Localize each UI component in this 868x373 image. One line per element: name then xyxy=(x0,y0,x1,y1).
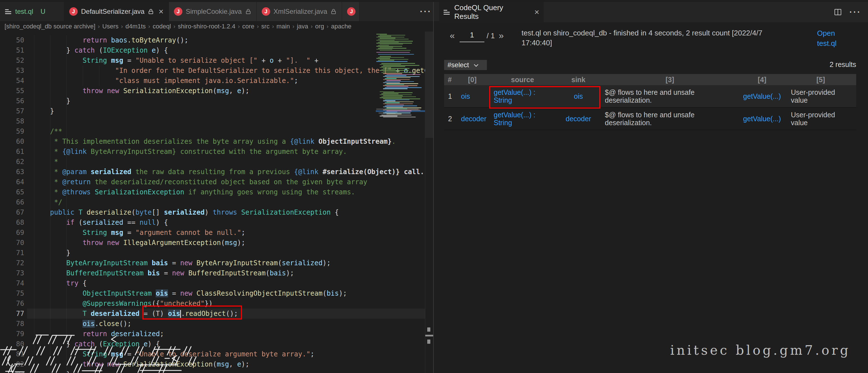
code-line: } xyxy=(34,369,425,373)
result-cell: 1 xyxy=(448,92,452,100)
breadcrumb-item[interactable]: core xyxy=(242,23,254,30)
breadcrumb[interactable]: [shiro_codeql_db source archive]›Users›d… xyxy=(4,21,436,32)
code-line: return deserialized; xyxy=(34,329,425,339)
results-count: 2 results xyxy=(800,61,856,69)
result-cell: 2 xyxy=(448,115,452,123)
overview-ruler-mark xyxy=(427,340,430,344)
code-line: } xyxy=(34,248,425,258)
breadcrumb-item[interactable]: src xyxy=(261,23,269,30)
breadcrumb-separator: › xyxy=(235,23,242,30)
code-line: */ xyxy=(34,197,425,207)
result-link[interactable]: ois xyxy=(461,92,470,100)
query-file-icon xyxy=(5,8,12,15)
code-line: BufferedInputStream bis = new BufferedIn… xyxy=(34,268,425,278)
watermark: initsec blog.gm7.org xyxy=(670,343,850,358)
prev-page-icon[interactable]: « xyxy=(450,30,455,41)
column-header[interactable]: [5] xyxy=(785,76,856,84)
result-link[interactable]: getValue(...) xyxy=(743,92,781,100)
result-link[interactable]: getValue(...) : String xyxy=(494,111,553,127)
code-line: /** xyxy=(34,126,425,136)
result-cell: $@ flows to here and unsafe deserializat… xyxy=(605,111,702,127)
lock-icon xyxy=(148,8,154,14)
column-header[interactable]: [0] xyxy=(455,76,489,84)
select-dropdown[interactable]: #select xyxy=(444,60,487,70)
open-test-ql-link[interactable]: Open test.ql xyxy=(817,28,848,48)
breadcrumb-item[interactable]: org xyxy=(315,23,324,30)
tab-label: CodeQL Query Results xyxy=(454,3,529,21)
code-line: return baos.toByteArray(); xyxy=(34,35,425,45)
column-header[interactable]: # xyxy=(444,76,455,84)
code-line: * @param serialized the raw data resulti… xyxy=(34,167,425,177)
breadcrumb-item[interactable]: main xyxy=(276,23,290,30)
code-line: * xyxy=(34,157,425,167)
editor-actions: ··· xyxy=(420,2,439,21)
split-editor-icon[interactable] xyxy=(834,8,842,16)
tab-label: XmlSerializer.java xyxy=(274,8,327,15)
code-editor[interactable]: return baos.toByteArray(); } catch (IOEx… xyxy=(34,35,425,373)
breadcrumb-separator: › xyxy=(324,23,331,30)
close-icon[interactable]: × xyxy=(158,7,163,16)
annotation-red-box-table xyxy=(489,86,600,109)
code-line: } xyxy=(34,106,425,116)
result-link[interactable]: getValue(...) xyxy=(743,115,781,123)
result-link[interactable]: decoder xyxy=(461,115,486,123)
tab-label: SimpleCookie.java xyxy=(186,8,242,15)
breadcrumb-separator: › xyxy=(290,23,297,30)
panel-divider[interactable] xyxy=(433,2,434,373)
chevron-down-icon xyxy=(474,62,478,67)
breadcrumb-item[interactable]: java xyxy=(297,23,308,30)
tab-test-ql[interactable]: test.ql U xyxy=(0,2,64,21)
java-file-icon: J xyxy=(69,7,78,16)
tab-defaultserializer-java[interactable]: J DefaultSerializer.java × xyxy=(64,2,169,21)
table-row[interactable]: 2decodergetValue(...) : Stringdecoder$@ … xyxy=(444,108,856,130)
breadcrumb-item[interactable]: d4m1ts xyxy=(126,23,146,30)
more-actions-icon[interactable]: ··· xyxy=(420,7,432,16)
panel-actions: ··· xyxy=(834,2,868,22)
more-actions-icon[interactable]: ··· xyxy=(849,7,861,17)
lock-icon xyxy=(331,8,337,14)
tab-label: DefaultSerializer.java xyxy=(81,8,144,15)
breadcrumb-separator: › xyxy=(308,23,315,30)
overview-ruler-mark xyxy=(427,328,430,332)
code-line: String msg = "Unable to deserialze argum… xyxy=(34,349,425,359)
tab-xmlserializer-java[interactable]: J XmlSerializer.java xyxy=(257,2,342,21)
code-line xyxy=(34,116,425,126)
code-line: throw new SerializationException(msg, e)… xyxy=(34,86,425,96)
code-line: String msg = "argument cannot be null."; xyxy=(34,228,425,238)
java-file-icon: J xyxy=(347,7,355,16)
column-header[interactable]: sink xyxy=(556,76,601,84)
git-untracked-badge: U xyxy=(40,8,45,15)
breadcrumb-item[interactable]: apache xyxy=(331,23,351,30)
column-header[interactable]: source xyxy=(489,76,556,84)
overview-ruler-mark xyxy=(425,335,433,336)
code-line: ois.close(); xyxy=(34,319,425,329)
code-line: ByteArrayInputStream bais = new ByteArra… xyxy=(34,258,425,268)
code-line: } xyxy=(34,96,425,106)
code-line: } catch (Exception e) { xyxy=(34,339,425,349)
tab-partial[interactable]: J xyxy=(342,2,360,21)
tab-codeql-query-results[interactable]: CodeQL Query Results × xyxy=(439,2,544,22)
breadcrumb-separator: › xyxy=(270,23,277,30)
result-link[interactable]: decoder xyxy=(566,115,591,123)
result-cell: $@ flows to here and unsafe deserializat… xyxy=(605,88,702,104)
panel-tab-bar: CodeQL Query Results × ··· xyxy=(439,2,868,22)
breadcrumb-item[interactable]: [shiro_codeql_db source archive] xyxy=(4,23,95,30)
tab-simplecookie-java[interactable]: J SimpleCookie.java xyxy=(169,2,257,21)
breadcrumb-separator: › xyxy=(146,23,153,30)
minimap[interactable] xyxy=(376,34,425,117)
code-line: if (serialized == null) { xyxy=(34,217,425,228)
close-icon[interactable]: × xyxy=(534,8,539,16)
next-page-icon[interactable]: » xyxy=(499,30,504,41)
breadcrumb-item[interactable]: Users xyxy=(102,23,119,30)
breadcrumb-item[interactable]: shiro-shiro-root-1.2.4 xyxy=(178,23,235,30)
code-line: throw new IllegalArgumentException(msg); xyxy=(34,238,425,248)
page-number-input[interactable] xyxy=(460,28,485,42)
editor-group: test.ql U J DefaultSerializer.java × J S… xyxy=(0,0,439,373)
table-header-row: #[0]sourcesink[3][4][5] xyxy=(444,74,856,85)
code-line: "In order for the DefaultSerializer to s… xyxy=(34,66,425,76)
column-header[interactable]: [4] xyxy=(739,76,785,84)
scrollbar-slider[interactable] xyxy=(425,32,433,138)
column-header[interactable]: [3] xyxy=(601,76,739,84)
breadcrumb-item[interactable]: codeql xyxy=(153,23,171,30)
codeql-results-panel xyxy=(439,0,868,373)
